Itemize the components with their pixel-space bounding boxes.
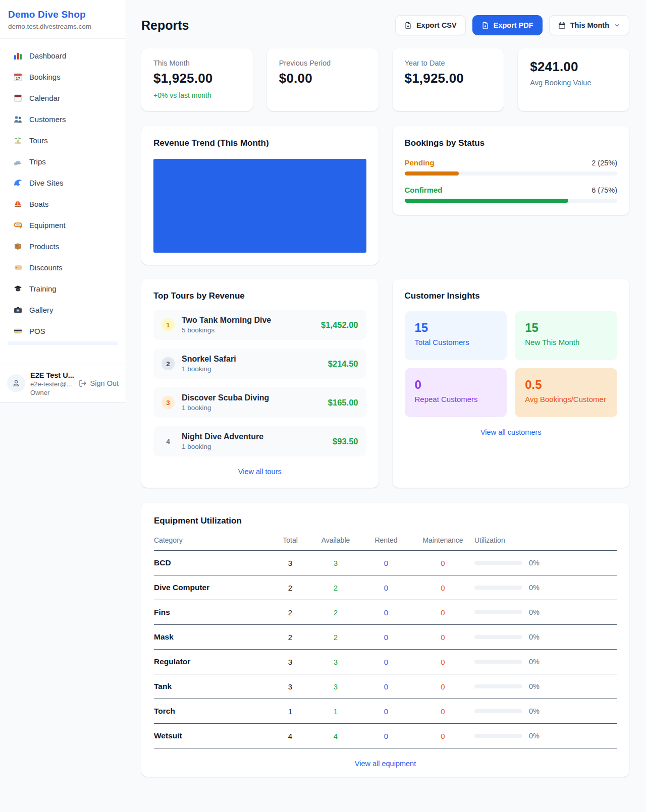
export-csv-button[interactable]: Export CSV	[395, 15, 466, 35]
rank-badge: 4	[162, 435, 175, 448]
cell-rented: 0	[361, 732, 411, 740]
cell-available: 4	[310, 732, 361, 740]
people-icon	[13, 114, 22, 124]
sidebar: Demo Dive Shop demo.test.divestreams.com…	[0, 0, 126, 403]
sidebar-item-trips[interactable]: Trips	[7, 151, 119, 172]
export-csv-label: Export CSV	[416, 21, 457, 29]
sidebar-item-label: Calendar	[29, 94, 60, 102]
cell-rented: 0	[361, 682, 411, 691]
tile-value: 15	[525, 321, 607, 335]
table-row: Dive Computer 2 2 0 0 0%	[154, 575, 617, 600]
pending-bar-fill	[405, 171, 459, 176]
cell-category: Torch	[154, 707, 270, 716]
utilization-bar	[474, 684, 522, 688]
equipment-utilization-title: Equipment Utilization	[154, 516, 617, 526]
cell-utilization: 0%	[529, 732, 540, 740]
island-icon	[13, 136, 22, 145]
sidebar-item-gallery[interactable]: Gallery	[7, 299, 119, 320]
bar-chart-icon	[13, 51, 22, 60]
cell-category: BCD	[154, 558, 270, 567]
insight-tile-avg-bookings: 0.5 Avg Bookings/Customer	[515, 368, 617, 417]
sidebar-item-products[interactable]: Products	[7, 236, 119, 257]
credit-card-icon	[13, 326, 22, 335]
confirmed-bar-fill	[405, 199, 569, 203]
sidebar-item-equipment[interactable]: Equipment	[7, 214, 119, 236]
utilization-bar	[474, 610, 522, 614]
cell-maintenance: 0	[411, 633, 474, 642]
sidebar-item-tours[interactable]: Tours	[7, 130, 119, 151]
cell-maintenance: 0	[411, 732, 474, 740]
stat-label: Year to Date	[405, 59, 492, 67]
chevron-down-icon	[614, 22, 620, 29]
cell-category: Wetsuit	[154, 731, 270, 740]
avatar	[7, 374, 25, 392]
sidebar-item-dashboard[interactable]: Dashboard	[7, 45, 119, 66]
sidebar-nav: Dashboard 17 Bookings Calendar Customers…	[0, 39, 126, 365]
cell-utilization: 0%	[529, 559, 540, 567]
cell-rented: 0	[361, 559, 411, 567]
export-pdf-button[interactable]: Export PDF	[472, 15, 543, 35]
sidebar-item-calendar[interactable]: Calendar	[7, 87, 119, 108]
tile-label: Repeat Customers	[415, 395, 497, 403]
page-header: Reports Export CSV Export PDF This Month	[141, 15, 629, 35]
cell-utilization: 0%	[529, 658, 540, 666]
sign-out-label: Sign Out	[90, 379, 119, 387]
sidebar-item-boats[interactable]: Boats	[7, 193, 119, 214]
tile-value: 0.5	[525, 378, 607, 392]
sidebar-item-training[interactable]: Training	[7, 278, 119, 299]
tour-bookings: 1 booking	[182, 404, 269, 412]
cell-utilization: 0%	[529, 584, 540, 592]
sidebar-item-dive-sites[interactable]: Dive Sites	[7, 172, 119, 193]
stat-value: $0.00	[279, 71, 366, 86]
sidebar-item-label: Products	[29, 242, 59, 251]
app-domain: demo.test.divestreams.com	[8, 23, 118, 30]
cell-total: 4	[270, 732, 310, 740]
cell-total: 3	[270, 682, 310, 691]
sidebar-item-label: Bookings	[29, 73, 61, 81]
user-meta: E2E Test U... e2e-tester@... Owner	[30, 371, 74, 396]
table-row: Wetsuit 4 4 0 0 0%	[154, 724, 617, 748]
export-pdf-label: Export PDF	[494, 21, 533, 29]
sidebar-item-bookings[interactable]: 17 Bookings	[7, 66, 119, 87]
dive-mask-icon	[13, 220, 22, 229]
tile-value: 0	[415, 378, 497, 392]
cell-total: 2	[270, 584, 310, 592]
cell-category: Tank	[154, 682, 270, 691]
file-download-icon	[481, 22, 489, 29]
view-all-equipment-link[interactable]: View all equipment	[154, 760, 617, 768]
bookings-by-status-title: Bookings by Status	[405, 138, 618, 148]
file-download-icon	[404, 22, 412, 29]
insight-tile-repeat-customers: 0 Repeat Customers	[405, 368, 507, 417]
sidebar-item-label: Trips	[29, 157, 46, 166]
table-row: Torch 1 1 0 0 0%	[154, 699, 617, 724]
view-all-tours-link[interactable]: View all tours	[153, 468, 366, 476]
svg-text:17: 17	[16, 76, 20, 80]
col-header-available: Available	[310, 536, 361, 544]
sidebar-item-pos[interactable]: POS	[7, 320, 119, 341]
page-title: Reports	[141, 18, 189, 33]
tour-bookings: 1 booking	[182, 443, 263, 450]
view-all-customers-link[interactable]: View all customers	[405, 428, 618, 436]
cell-maintenance: 0	[411, 559, 474, 567]
tour-revenue: $165.00	[328, 398, 358, 408]
sidebar-item-discounts[interactable]: Discounts	[7, 257, 119, 278]
main-content: Reports Export CSV Export PDF This Month…	[126, 0, 646, 777]
status-label: Confirmed	[405, 186, 443, 194]
table-row: Fins 2 2 0 0 0%	[154, 600, 617, 625]
sidebar-user-footer: E2E Test U... e2e-tester@... Owner Sign …	[0, 365, 126, 402]
cell-available: 3	[310, 559, 361, 567]
sidebar-item-customers[interactable]: Customers	[7, 108, 119, 130]
cell-total: 3	[270, 559, 310, 567]
period-dropdown[interactable]: This Month	[549, 15, 629, 35]
tile-label: New This Month	[525, 338, 607, 346]
status-count: 6 (75%)	[591, 186, 617, 194]
status-row-pending: Pending 2 (25%)	[405, 158, 618, 176]
tour-revenue: $1,452.00	[321, 320, 358, 330]
sidebar-item-label: Discounts	[29, 263, 63, 272]
sidebar-item-reports-active-peek[interactable]	[7, 341, 119, 345]
sidebar-item-label: Gallery	[29, 306, 53, 314]
rank-badge: 1	[162, 318, 175, 331]
sign-out-button[interactable]: Sign Out	[79, 379, 119, 387]
cell-utilization: 0%	[529, 608, 540, 616]
cell-category: Mask	[154, 632, 270, 642]
